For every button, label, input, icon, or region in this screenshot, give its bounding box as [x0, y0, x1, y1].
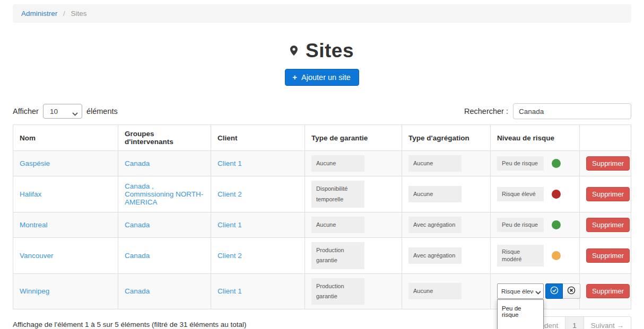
guarantee-value: Production garantie — [311, 278, 364, 305]
client-link[interactable]: Client 1 — [217, 287, 242, 295]
risk-dot — [552, 220, 561, 229]
table-controls: Afficher 10 éléments Rechercher : — [13, 103, 631, 119]
client-link[interactable]: Client 2 — [217, 252, 242, 260]
site-name-link[interactable]: Montreal — [20, 221, 48, 229]
site-name-link[interactable]: Winnipeg — [20, 287, 49, 295]
chevron-down-icon — [72, 110, 78, 118]
group-link[interactable]: Canada — [125, 221, 150, 229]
group-link[interactable]: Canada — [125, 252, 150, 260]
delete-button[interactable]: Supprimer — [586, 187, 630, 201]
delete-button[interactable]: Supprimer — [586, 156, 630, 171]
risk-editor: Risque élevé — [497, 283, 573, 299]
page-title: Sites — [306, 40, 354, 62]
add-row: + Ajouter un site — [0, 69, 644, 86]
page: Administrer / Sites Sites + Ajouter un s… — [0, 4, 644, 329]
delete-button[interactable]: Supprimer — [586, 284, 630, 298]
risk-value: Peu de risque — [497, 156, 544, 170]
risk-value: Risque élevé — [497, 187, 544, 201]
breadcrumb-current: Sites — [71, 10, 87, 17]
risk-value: Risque modéré — [497, 245, 544, 266]
column-header-garantie[interactable]: Type de garantie — [305, 125, 402, 151]
confirm-risk-button[interactable] — [545, 283, 563, 299]
map-pin-icon — [290, 46, 298, 58]
table-row: Vancouver Canada Client 2 Production gar… — [13, 238, 631, 274]
pagination-next-button[interactable]: Suivant → — [584, 316, 631, 329]
site-name-link[interactable]: Gaspésie — [20, 159, 50, 167]
search-label: Rechercher : — [464, 107, 508, 115]
aggregation-value: Aucune — [408, 186, 462, 202]
length-suffix: éléments — [86, 107, 118, 115]
breadcrumb-link-administrer[interactable]: Administrer — [21, 10, 57, 17]
group-link[interactable]: Canada — [125, 287, 150, 295]
length-control: Afficher 10 éléments — [13, 104, 118, 119]
page-length-value: 10 — [50, 108, 58, 115]
sites-table: Nom Groupes d'intervenants Client Type d… — [13, 125, 631, 309]
search-input[interactable] — [513, 103, 631, 119]
chevron-down-icon — [535, 289, 541, 296]
column-header-groupes[interactable]: Groupes d'intervenants — [118, 125, 211, 151]
risk-dot — [552, 251, 561, 260]
column-header-actions — [580, 125, 631, 151]
site-name-link[interactable]: Halifax — [20, 190, 41, 198]
breadcrumb: Administrer / Sites — [13, 4, 631, 23]
length-label: Afficher — [13, 107, 39, 115]
breadcrumb-separator: / — [63, 10, 65, 17]
table-row: Halifax Canada , Commissioning NORTH-AME… — [13, 176, 631, 212]
aggregation-value: Avec agrégation — [408, 217, 462, 233]
column-header-client[interactable]: Client — [211, 125, 305, 151]
column-header-agregation[interactable]: Type d'agrégation — [402, 125, 491, 151]
delete-button[interactable]: Supprimer — [586, 218, 630, 232]
column-header-nom[interactable]: Nom — [13, 125, 118, 151]
risk-option-peu-de-risque[interactable]: Peu de risque — [498, 300, 543, 323]
client-link[interactable]: Client 1 — [217, 159, 242, 167]
add-site-button[interactable]: + Ajouter un site — [285, 69, 359, 86]
cancel-risk-button[interactable] — [563, 283, 580, 299]
risk-select[interactable]: Risque élevé — [497, 283, 544, 299]
title-row: Sites — [0, 40, 644, 62]
aggregation-value: Aucune — [408, 155, 462, 172]
delete-button[interactable]: Supprimer — [586, 248, 630, 263]
group-link[interactable]: Canada — [125, 159, 150, 167]
client-link[interactable]: Client 2 — [217, 190, 242, 198]
guarantee-value: Aucune — [311, 217, 364, 233]
group-link[interactable]: Canada , Commissioning NORTH-AMERICA — [125, 182, 203, 206]
risk-dot — [552, 190, 561, 199]
check-circle-icon — [550, 286, 559, 296]
page-length-select[interactable]: 10 — [43, 104, 82, 119]
risk-dropdown: Peu de risque Risque modéré Risque élevé — [497, 299, 544, 329]
aggregation-value: Aucune — [408, 283, 462, 299]
risk-select-value: Risque élevé — [501, 288, 534, 295]
pagination-page-1-button[interactable]: 1 — [565, 316, 584, 329]
x-circle-icon — [567, 286, 576, 296]
guarantee-value: Aucune — [311, 155, 364, 172]
table-header-row: Nom Groupes d'intervenants Client Type d… — [13, 125, 631, 151]
table-info: Affichage de l'élément 1 à 5 sur 5 éléme… — [13, 316, 247, 328]
search-control: Rechercher : — [464, 103, 631, 119]
client-link[interactable]: Client 1 — [217, 221, 242, 229]
table-row: Winnipeg Canada Client 1 Production gara… — [13, 273, 631, 309]
guarantee-value: Production garantie — [311, 242, 364, 269]
column-header-risque[interactable]: Niveau de risque — [491, 125, 580, 151]
site-name-link[interactable]: Vancouver — [20, 252, 54, 260]
aggregation-value: Avec agrégation — [408, 247, 462, 264]
table-row: Gaspésie Canada Client 1 Aucune Aucune P… — [13, 151, 631, 176]
table-row: Montreal Canada Client 1 Aucune Avec agr… — [13, 212, 631, 237]
risk-option-risque-modere[interactable]: Risque modéré — [498, 323, 543, 329]
plus-icon: + — [292, 73, 297, 82]
risk-dot — [552, 159, 561, 168]
guarantee-value: Disponibilité temporelle — [311, 181, 364, 208]
risk-value: Peu de risque — [497, 218, 544, 232]
add-site-button-label: Ajouter un site — [301, 73, 351, 82]
